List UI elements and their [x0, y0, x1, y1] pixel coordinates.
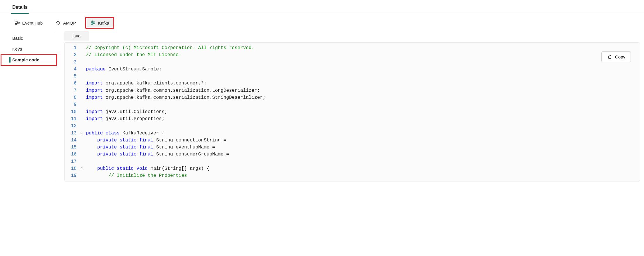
code-tab-java[interactable]: java — [64, 31, 89, 41]
sidebar-item-keys[interactable]: Keys — [0, 44, 56, 54]
toolbar-amqp-label: AMQP — [63, 20, 76, 25]
kafka-icon — [90, 20, 96, 25]
content-area: java Copy 12345678910111213141516171819 … — [56, 31, 644, 181]
copy-button[interactable]: Copy — [601, 51, 631, 62]
sidebar-item-label: Sample code — [12, 57, 39, 62]
sidebar-item-sample-code[interactable]: Sample code — [0, 54, 56, 65]
toolbar-event-hub[interactable]: Event Hub — [11, 18, 46, 27]
svg-rect-8 — [609, 56, 611, 59]
sidebar-item-label: Basic — [12, 36, 23, 41]
svg-rect-1 — [15, 24, 17, 25]
svg-point-4 — [92, 22, 93, 23]
kafka-highlight: Kafka — [85, 17, 114, 29]
toolbar-kafka[interactable]: Kafka — [87, 18, 112, 27]
amqp-icon — [56, 20, 61, 25]
tab-details[interactable]: Details — [11, 1, 29, 14]
copy-label: Copy — [615, 54, 625, 59]
copy-icon — [607, 54, 612, 59]
code-block: Copy 12345678910111213141516171819 ⊟⊟ //… — [64, 42, 640, 181]
protocol-toolbar: Event Hub AMQP Kafka — [0, 14, 644, 31]
toolbar-event-hub-label: Event Hub — [22, 20, 43, 25]
toolbar-kafka-label: Kafka — [98, 20, 109, 25]
svg-rect-0 — [15, 21, 17, 22]
svg-point-3 — [92, 21, 93, 22]
toolbar-amqp[interactable]: AMQP — [52, 18, 79, 27]
sidebar: Basic Keys Sample code — [0, 31, 56, 181]
fold-column: ⊟⊟ — [79, 44, 84, 179]
sidebar-item-label: Keys — [12, 46, 22, 51]
svg-point-5 — [92, 24, 93, 25]
svg-point-7 — [94, 23, 94, 24]
header-tabs: Details — [0, 0, 644, 14]
event-hub-icon — [15, 20, 20, 25]
sidebar-item-basic[interactable]: Basic — [0, 33, 56, 44]
line-gutter: 12345678910111213141516171819 — [65, 44, 79, 179]
svg-rect-2 — [18, 22, 19, 23]
svg-point-6 — [94, 22, 94, 23]
code-lang-tabs: java — [64, 31, 644, 41]
code-lines[interactable]: // Copyright (c) Microsoft Corporation. … — [84, 44, 266, 179]
